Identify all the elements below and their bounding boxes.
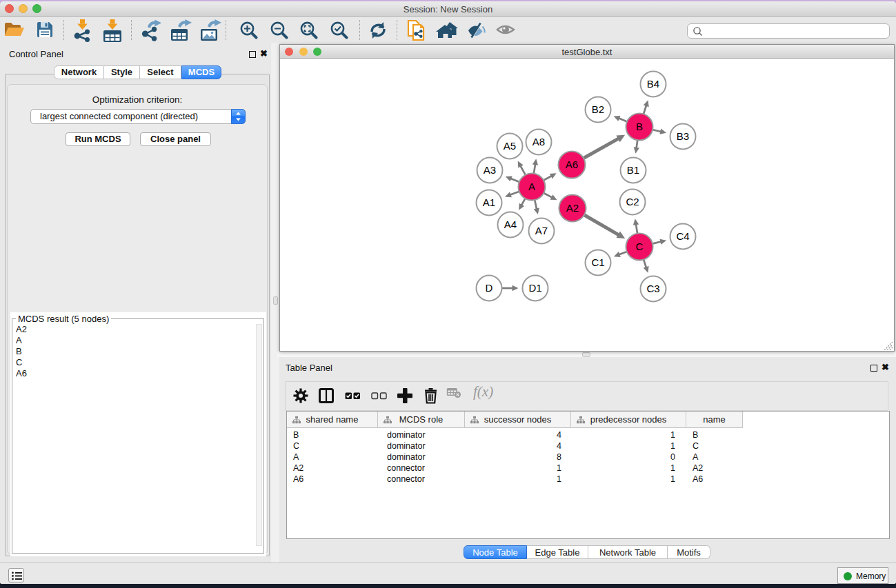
svg-text:A6: A6	[566, 159, 578, 170]
svg-text:A7: A7	[535, 225, 548, 236]
svg-text:A8: A8	[532, 136, 545, 148]
svg-text:A5: A5	[504, 140, 516, 152]
svg-text:C3: C3	[646, 283, 659, 294]
svg-text:C1: C1	[591, 256, 604, 268]
svg-text:B4: B4	[647, 78, 659, 90]
svg-text:C: C	[636, 241, 644, 252]
svg-text:D1: D1	[528, 282, 541, 294]
svg-text:A4: A4	[504, 219, 517, 230]
svg-text:f(x): f(x)	[473, 385, 493, 400]
svg-text:D: D	[486, 282, 493, 294]
svg-text:A3: A3	[484, 164, 496, 176]
svg-text:C2: C2	[626, 196, 639, 207]
svg-text:A: A	[528, 181, 535, 192]
svg-text:B2: B2	[592, 103, 604, 115]
svg-text:A2: A2	[566, 202, 579, 214]
svg-text:C4: C4	[676, 230, 689, 242]
svg-text:B1: B1	[627, 164, 639, 176]
svg-text:B: B	[636, 121, 643, 132]
svg-text:A1: A1	[483, 196, 495, 208]
svg-text:B3: B3	[677, 130, 689, 142]
